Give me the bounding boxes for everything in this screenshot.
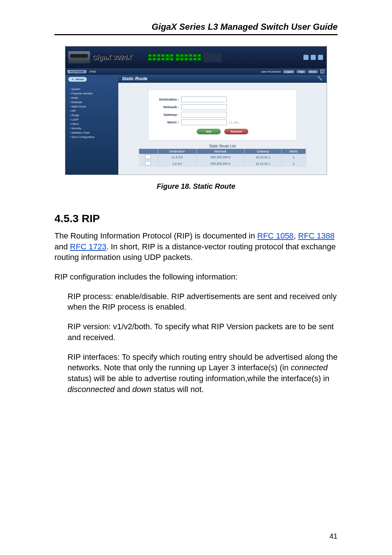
bullet-rip-interfaces: RIP interfaces: To specify which routing…: [68, 352, 338, 395]
nav-item-static-route[interactable]: Static Route: [70, 105, 115, 108]
section-heading: 4.5.3 RIP: [54, 212, 338, 225]
status-icon: [318, 55, 323, 60]
embedded-screenshot: GigaX 3024X HOSTNAME: [65, 46, 327, 175]
document-page: GigaX Series L3 Managed Switch User Guid…: [0, 0, 392, 555]
cell-destination: 11.2.3.0: [158, 154, 196, 160]
ui-body: Home System Physical Interface Radio Mul…: [65, 75, 327, 175]
link-rfc-1723[interactable]: RFC 1723: [70, 242, 106, 251]
edit-icon[interactable]: [145, 155, 151, 159]
nav-item-bridge[interactable]: Bridge: [70, 114, 115, 117]
home-pill[interactable]: Home: [68, 77, 87, 82]
bullet-rip-version: RIP version: v1/v2/both. To specify what…: [68, 321, 338, 343]
figure-caption: Figure 18. Static Route: [54, 182, 338, 191]
table-row[interactable]: 11.2.3.0 255.255.255.0 10.10.31.1 1: [139, 154, 306, 160]
static-route-table: Destination Netmask Gateway Metric 11.2.…: [139, 149, 306, 167]
port-bank-2: [176, 54, 201, 61]
about-link[interactable]: About: [308, 70, 318, 73]
metric-input[interactable]: [181, 119, 227, 125]
page-header: GigaX Series L3 Managed Switch User Guid…: [54, 22, 338, 35]
col-gateway: Gateway: [244, 149, 281, 154]
nav-item-radio[interactable]: Radio: [70, 96, 115, 99]
netmask-label: Netmask :: [157, 105, 179, 109]
hostname-label: HOSTNAME: [68, 70, 86, 73]
nav-list: System Physical Interface Radio Multicas…: [70, 87, 115, 139]
nav-item-physical-interface[interactable]: Physical Interface: [70, 92, 115, 95]
uplink-panel: [203, 52, 222, 62]
metric-label: Metric :: [157, 121, 179, 124]
status-icon: [303, 55, 309, 60]
table-header-row: Destination Netmask Gateway Metric: [139, 149, 306, 154]
page-number: 41: [330, 532, 338, 540]
static-route-form: Destination : Netmask : Gateway : Metric…: [148, 89, 297, 140]
panel-title: Static Route: [122, 76, 147, 81]
help-link[interactable]: Help: [297, 70, 305, 73]
table-row[interactable]: 1.2.3.0 255.255.255.0 10.10.31.1 1: [139, 160, 306, 167]
destination-label: Destination :: [157, 98, 179, 101]
paragraph-intro: The Routing Information Protocol (RIP) i…: [54, 230, 338, 263]
gateway-input[interactable]: [181, 112, 227, 118]
col-metric: Metric: [282, 149, 306, 154]
port-indicator-panel: [144, 52, 303, 62]
edit-icon[interactable]: [145, 161, 151, 166]
cell-destination: 1.2.3.0: [158, 160, 196, 167]
wrench-icon[interactable]: 🔧: [317, 76, 323, 82]
nav-item-security[interactable]: Security: [70, 127, 115, 130]
main-panel: Static Route 🔧 Destination : Netmask : G…: [118, 75, 327, 175]
port-bank-1: [148, 54, 173, 61]
nav-item-system[interactable]: System: [70, 87, 115, 91]
cell-netmask: 255.255.255.0: [196, 160, 244, 167]
link-rfc-1388[interactable]: RFC 1388: [298, 231, 334, 240]
route-list-caption: Static Route List: [118, 144, 327, 148]
cell-gateway: 10.10.31.1: [244, 154, 281, 160]
bullet-rip-process: RIP process: enable/disable. RIP adverti…: [68, 291, 338, 313]
metric-hint: ( 1..15 ): [229, 121, 239, 124]
cell-gateway: 10.10.31.1: [244, 160, 281, 167]
paragraph-config-lead: RIP configuration includes the following…: [54, 272, 338, 282]
sidebar: Home System Physical Interface Radio Mul…: [65, 75, 118, 175]
logout-link[interactable]: Logout: [283, 70, 294, 73]
nav-item-lsdp[interactable]: LSDP: [70, 118, 115, 121]
user-info: user:4/12/show: [261, 70, 281, 73]
col-edit: [139, 149, 158, 154]
panel-title-bar: Static Route 🔧: [118, 75, 327, 83]
status-icon: [311, 55, 316, 60]
nav-item-rip[interactable]: RIP: [70, 109, 115, 113]
cell-metric: 1: [282, 160, 306, 167]
cell-metric: 1: [282, 154, 306, 160]
nav-item-multicast[interactable]: Multicast: [70, 101, 115, 104]
info-bar: HOSTNAME 3700 user:4/12/show Logout Help…: [65, 68, 327, 75]
netmask-input[interactable]: [181, 104, 227, 110]
nav-item-save-configuration[interactable]: Save Configuration: [70, 135, 115, 139]
switch-photo-icon: [68, 51, 90, 64]
cell-netmask: 255.255.255.0: [196, 154, 244, 160]
col-destination: Destination: [158, 149, 196, 154]
col-netmask: Netmask: [196, 149, 244, 154]
banner-icons: [303, 55, 327, 60]
destination-input[interactable]: [181, 97, 227, 102]
brand-text: GigaX 3024X: [92, 54, 132, 61]
add-button[interactable]: Add: [197, 129, 221, 134]
remove-button[interactable]: Remove: [224, 129, 248, 134]
close-icon[interactable]: ✕: [320, 69, 324, 74]
nav-item-statistics-chart[interactable]: Statistics Chart: [70, 131, 115, 134]
gateway-label: Gateway :: [157, 113, 179, 117]
hostname-value: 3700: [89, 70, 96, 73]
nav-item-filters[interactable]: Filters: [70, 122, 115, 126]
device-banner: GigaX 3024X: [65, 46, 327, 68]
link-rfc-1058[interactable]: RFC 1058: [257, 231, 294, 240]
brand-area: GigaX 3024X: [65, 51, 144, 64]
